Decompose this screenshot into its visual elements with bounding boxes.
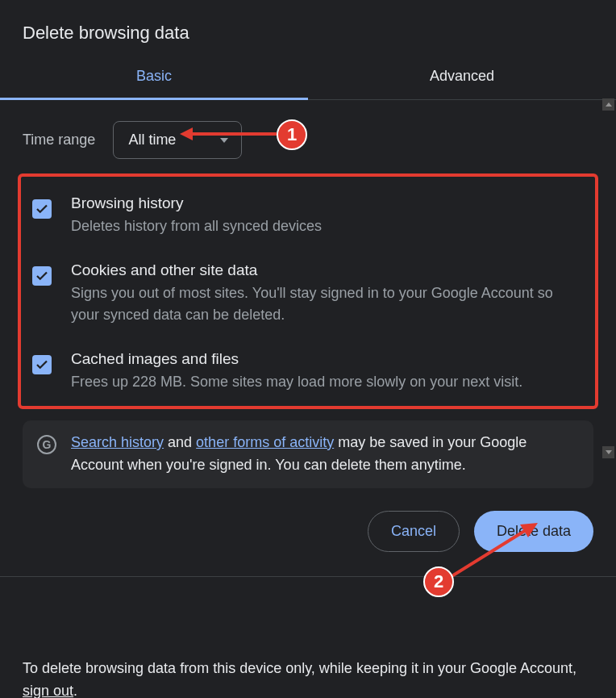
footer-note-pre: To delete browsing data from this device… bbox=[23, 660, 576, 676]
row-title: Cookies and other site data bbox=[71, 261, 582, 279]
info-mid1: and bbox=[164, 434, 196, 450]
annotation-highlight-box: Browsing history Deletes history from al… bbox=[18, 173, 598, 409]
time-range-select[interactable]: All time bbox=[113, 121, 242, 159]
row-desc: Deletes history from all synced devices bbox=[71, 215, 582, 237]
scrollbar[interactable] bbox=[602, 98, 614, 458]
link-other-activity[interactable]: other forms of activity bbox=[196, 434, 334, 450]
footer-note: To delete browsing data from this device… bbox=[0, 577, 616, 698]
tab-basic[interactable]: Basic bbox=[0, 53, 308, 99]
row-text: Cached images and files Frees up 228 MB.… bbox=[71, 350, 582, 393]
check-icon bbox=[35, 269, 49, 283]
dialog-content: Time range All time Browsing history Del… bbox=[0, 100, 616, 488]
google-info-card: G Search history and other forms of acti… bbox=[23, 420, 593, 488]
footer-actions: Cancel Delete data bbox=[0, 488, 616, 577]
row-browsing-history[interactable]: Browsing history Deletes history from al… bbox=[29, 190, 585, 257]
checkbox-cookies[interactable] bbox=[32, 266, 52, 286]
check-icon bbox=[35, 202, 49, 216]
footer-note-post: . bbox=[73, 683, 77, 698]
annotation-badge-2: 2 bbox=[423, 566, 454, 597]
time-range-value: All time bbox=[128, 132, 176, 148]
link-sign-out[interactable]: sign out bbox=[23, 683, 73, 698]
tab-bar: Basic Advanced bbox=[0, 53, 616, 100]
google-icon: G bbox=[37, 435, 56, 454]
link-search-history[interactable]: Search history bbox=[71, 434, 164, 450]
tab-advanced[interactable]: Advanced bbox=[308, 53, 616, 99]
dialog-title: Delete browsing data bbox=[0, 0, 616, 53]
arrow-up-icon bbox=[606, 102, 612, 107]
row-text: Browsing history Deletes history from al… bbox=[71, 194, 582, 237]
scroll-down-button[interactable] bbox=[602, 446, 614, 458]
scroll-up-button[interactable] bbox=[602, 98, 614, 111]
row-cache[interactable]: Cached images and files Frees up 228 MB.… bbox=[29, 345, 585, 398]
info-text: Search history and other forms of activi… bbox=[71, 432, 579, 477]
checkbox-cache[interactable] bbox=[32, 355, 52, 374]
chevron-down-icon bbox=[220, 138, 228, 143]
row-title: Cached images and files bbox=[71, 350, 582, 368]
cancel-button[interactable]: Cancel bbox=[368, 511, 460, 552]
row-cookies[interactable]: Cookies and other site data Signs you ou… bbox=[29, 257, 585, 345]
check-icon bbox=[35, 357, 49, 372]
time-range-label: Time range bbox=[23, 132, 95, 148]
row-desc: Frees up 228 MB. Some sites may load mor… bbox=[71, 371, 582, 393]
annotation-badge-1: 1 bbox=[277, 119, 307, 150]
delete-data-button[interactable]: Delete data bbox=[474, 511, 593, 552]
row-text: Cookies and other site data Signs you ou… bbox=[71, 261, 582, 326]
time-range-row: Time range All time bbox=[18, 118, 598, 173]
row-title: Browsing history bbox=[71, 194, 582, 212]
row-desc: Signs you out of most sites. You'll stay… bbox=[71, 282, 582, 326]
arrow-down-icon bbox=[606, 450, 612, 454]
checkbox-browsing-history[interactable] bbox=[32, 199, 52, 219]
